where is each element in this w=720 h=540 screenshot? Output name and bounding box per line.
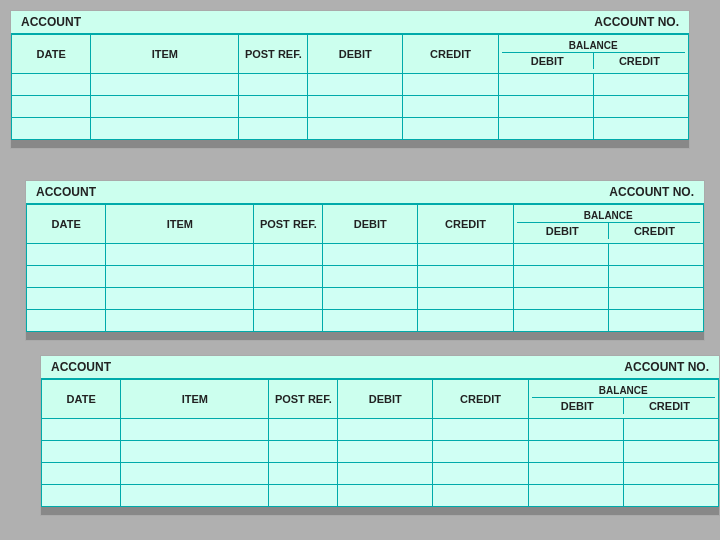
col-post-1: POST REF. [269,380,338,419]
col-balance-1: BALANCE DEBIT CREDIT [528,380,718,419]
col-credit-2: CREDIT [418,205,513,244]
ledger-card-3: ACCOUNT ACCOUNT NO. DATE ITEM POST REF. … [10,10,690,149]
ledger-table-2: DATE ITEM POST REF. DEBIT CREDIT BALANCE… [26,204,704,332]
col-debit-2: DEBIT [323,205,418,244]
bal-credit-1: CREDIT [624,398,715,414]
table-row [12,74,689,96]
balance-sub-3: DEBIT CREDIT [502,53,685,69]
account-label-2: ACCOUNT [36,185,96,199]
table-header-row-1: DATE ITEM POST REF. DEBIT CREDIT BALANCE… [42,380,719,419]
bal-credit-3: CREDIT [594,53,685,69]
col-balance-2: BALANCE DEBIT CREDIT [513,205,703,244]
ledger-card-2: ACCOUNT ACCOUNT NO. DATE ITEM POST REF. … [25,180,705,341]
account-no-label-1: ACCOUNT NO. [624,360,709,374]
ledger-card-1: ACCOUNT ACCOUNT NO. DATE ITEM POST REF. … [40,355,720,516]
ledger-table-3: DATE ITEM POST REF. DEBIT CREDIT BALANCE… [11,34,689,140]
balance-sub-1: DEBIT CREDIT [532,398,715,414]
table-row [27,310,704,332]
balance-label-1: BALANCE [532,384,715,398]
col-post-3: POST REF. [239,35,308,74]
account-no-label-3: ACCOUNT NO. [594,15,679,29]
gray-bar-1 [41,507,719,515]
table-row [27,266,704,288]
bal-debit-3: DEBIT [502,53,594,69]
table-row [27,244,704,266]
account-label-1: ACCOUNT [51,360,111,374]
balance-sub-2: DEBIT CREDIT [517,223,700,239]
col-credit-1: CREDIT [433,380,528,419]
table-row [42,419,719,441]
account-no-label-2: ACCOUNT NO. [609,185,694,199]
account-label-3: ACCOUNT [21,15,81,29]
gray-bar-3 [11,140,689,148]
balance-label-3: BALANCE [502,39,685,53]
col-date-3: DATE [12,35,91,74]
bal-debit-1: DEBIT [532,398,624,414]
table-row [12,96,689,118]
col-date-2: DATE [27,205,106,244]
table-row [42,485,719,507]
ledger-header-3: ACCOUNT ACCOUNT NO. [11,11,689,34]
col-debit-1: DEBIT [338,380,433,419]
gray-bar-2 [26,332,704,340]
table-row [42,463,719,485]
col-balance-3: BALANCE DEBIT CREDIT [498,35,688,74]
col-item-3: ITEM [91,35,239,74]
col-date-1: DATE [42,380,121,419]
col-post-2: POST REF. [254,205,323,244]
table-row [27,288,704,310]
ledger-header-2: ACCOUNT ACCOUNT NO. [26,181,704,204]
col-item-1: ITEM [121,380,269,419]
col-credit-3: CREDIT [403,35,498,74]
table-row [42,441,719,463]
ledger-table-1: DATE ITEM POST REF. DEBIT CREDIT BALANCE… [41,379,719,507]
balance-label-2: BALANCE [517,209,700,223]
table-header-row-2: DATE ITEM POST REF. DEBIT CREDIT BALANCE… [27,205,704,244]
table-row [12,118,689,140]
table-header-row-3: DATE ITEM POST REF. DEBIT CREDIT BALANCE… [12,35,689,74]
ledger-header-1: ACCOUNT ACCOUNT NO. [41,356,719,379]
ledger-stack: ACCOUNT ACCOUNT NO. DATE ITEM POST REF. … [10,10,710,530]
bal-credit-2: CREDIT [609,223,700,239]
col-item-2: ITEM [106,205,254,244]
col-debit-3: DEBIT [308,35,403,74]
bal-debit-2: DEBIT [517,223,609,239]
